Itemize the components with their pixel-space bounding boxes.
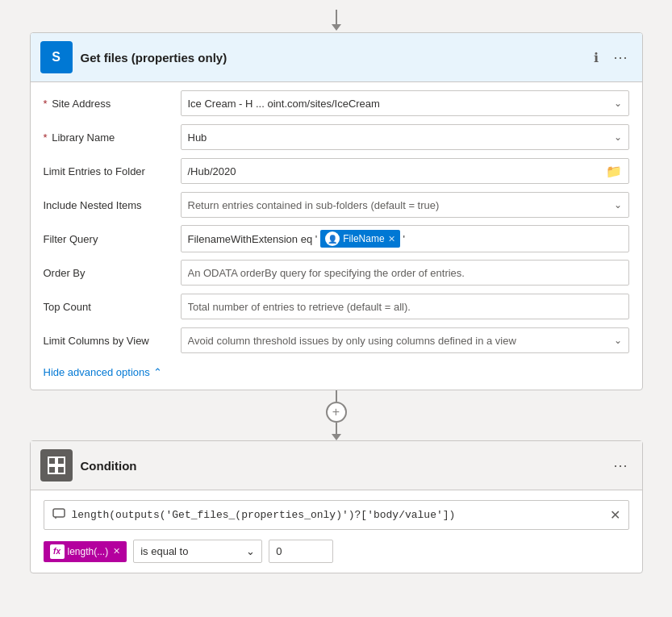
get-files-card: S Get files (properties only) ℹ ⋯ * Site… xyxy=(30,32,643,390)
hide-advanced-button[interactable]: Hide advanced options ⌃ xyxy=(44,360,162,380)
token-close-icon[interactable]: ✕ xyxy=(388,234,395,244)
include-nested-dropdown[interactable]: Return entries contained in sub-folders … xyxy=(181,192,629,218)
card-body: * Site Address Ice Cream - H ... oint.co… xyxy=(31,82,642,390)
chevron-down-icon: ⌄ xyxy=(246,545,255,557)
condition-inputs: fx length(...) ✕ is equal to ⌄ xyxy=(44,540,629,563)
order-by-row: Order By An ODATA orderBy query for spec… xyxy=(44,258,629,287)
order-by-input[interactable]: An ODATA orderBy query for specifying th… xyxy=(181,260,629,286)
limit-entries-value: /Hub/2020 xyxy=(188,165,606,177)
more-options-button[interactable]: ⋯ xyxy=(610,47,632,68)
svg-rect-3 xyxy=(57,466,65,473)
folder-icon: 📁 xyxy=(606,164,622,179)
add-step-button[interactable]: + xyxy=(326,402,347,423)
svg-rect-4 xyxy=(53,509,65,517)
connector-line-top xyxy=(336,390,337,402)
limit-columns-label: Limit Columns by View xyxy=(44,335,181,347)
order-by-label: Order By xyxy=(44,267,181,279)
token-person-icon: 👤 xyxy=(325,231,340,246)
limit-entries-label: Limit Entries to Folder xyxy=(44,165,181,177)
fx-label: fx length(...) xyxy=(50,544,109,559)
filename-token[interactable]: 👤 FileName ✕ xyxy=(320,230,399,248)
top-count-placeholder: Total number of entries to retrieve (def… xyxy=(188,301,622,313)
header-actions: ℹ ⋯ xyxy=(591,47,632,68)
expression-icon xyxy=(52,508,65,522)
condition-value-input[interactable] xyxy=(269,540,333,563)
include-nested-label: Include Nested Items xyxy=(44,199,181,211)
connector-line xyxy=(336,10,337,24)
condition-body: length(outputs('Get_files_(properties_on… xyxy=(31,490,642,573)
filter-query-row: Filter Query FilenameWithExtension eq ' … xyxy=(44,224,629,253)
library-name-dropdown[interactable]: Hub ⌄ xyxy=(181,124,629,150)
site-address-dropdown[interactable]: Ice Cream - H ... oint.com/sites/IceCrea… xyxy=(181,90,629,116)
info-button[interactable]: ℹ xyxy=(591,48,602,67)
top-count-input[interactable]: Total number of entries to retrieve (def… xyxy=(181,294,629,319)
fx-token-close-icon[interactable]: ✕ xyxy=(113,546,120,557)
add-step-connector: + xyxy=(326,390,347,440)
condition-card: Condition ⋯ length(outputs('Get_files_(p… xyxy=(30,440,643,573)
filter-prefix-text: FilenameWithExtension eq ' xyxy=(188,233,318,245)
token-label: FileName xyxy=(343,233,384,244)
svg-rect-2 xyxy=(48,466,56,473)
operator-label: is equal to xyxy=(140,545,188,557)
expression-text: length(outputs('Get_files_(properties_on… xyxy=(72,509,603,521)
chevron-down-icon: ⌄ xyxy=(614,199,622,211)
condition-icon xyxy=(40,449,73,482)
chevron-down-icon: ⌄ xyxy=(614,335,622,346)
svg-rect-1 xyxy=(57,457,65,465)
top-count-label: Top Count xyxy=(44,301,181,313)
library-name-label: * Library Name xyxy=(44,131,181,144)
speech-bubble-icon xyxy=(52,508,65,519)
svg-rect-0 xyxy=(48,457,56,465)
library-name-value: Hub xyxy=(188,131,614,144)
fx-token-text: length(...) xyxy=(68,546,109,557)
limit-entries-input[interactable]: /Hub/2020 📁 xyxy=(181,158,629,184)
fx-icon: fx xyxy=(50,544,65,559)
condition-title: Condition xyxy=(81,459,602,473)
limit-columns-value: Avoid column threshold issues by only us… xyxy=(188,335,614,347)
expression-row: length(outputs('Get_files_(properties_on… xyxy=(44,500,629,530)
sharepoint-icon: S xyxy=(40,41,73,73)
arrow-down xyxy=(332,24,341,31)
chevron-down-icon: ⌄ xyxy=(614,131,622,143)
filter-query-input[interactable]: FilenameWithExtension eq ' 👤 FileName ✕ … xyxy=(181,225,629,252)
filter-suffix-text: ' xyxy=(403,233,405,245)
order-by-placeholder: An ODATA orderBy query for specifying th… xyxy=(188,267,622,279)
chevron-up-icon: ⌃ xyxy=(153,366,162,378)
operator-dropdown[interactable]: is equal to ⌄ xyxy=(133,540,262,563)
top-connector xyxy=(332,10,341,31)
site-address-value: Ice Cream - H ... oint.com/sites/IceCrea… xyxy=(188,98,614,110)
condition-more-button[interactable]: ⋯ xyxy=(610,455,632,476)
filter-query-label: Filter Query xyxy=(44,233,181,245)
chevron-down-icon: ⌄ xyxy=(614,98,622,109)
fx-token[interactable]: fx length(...) ✕ xyxy=(44,541,127,562)
site-address-label: * Site Address xyxy=(44,98,181,110)
card-header: S Get files (properties only) ℹ ⋯ xyxy=(31,33,642,82)
include-nested-row: Include Nested Items Return entries cont… xyxy=(44,190,629,219)
limit-columns-row: Limit Columns by View Avoid column thres… xyxy=(44,326,629,355)
include-nested-value: Return entries contained in sub-folders … xyxy=(188,199,614,211)
condition-svg-icon xyxy=(48,456,65,474)
limit-columns-dropdown[interactable]: Avoid column threshold issues by only us… xyxy=(181,327,629,353)
site-address-row: * Site Address Ice Cream - H ... oint.co… xyxy=(44,89,629,118)
connector-line-bottom xyxy=(336,423,337,434)
expression-close-button[interactable]: ✕ xyxy=(610,507,620,523)
library-name-row: * Library Name Hub ⌄ xyxy=(44,123,629,152)
top-count-row: Top Count Total number of entries to ret… xyxy=(44,292,629,321)
limit-entries-row: Limit Entries to Folder /Hub/2020 📁 xyxy=(44,156,629,186)
condition-header: Condition ⋯ xyxy=(31,441,642,490)
card-title: Get files (properties only) xyxy=(81,51,582,65)
arrow-down-icon xyxy=(332,434,341,440)
